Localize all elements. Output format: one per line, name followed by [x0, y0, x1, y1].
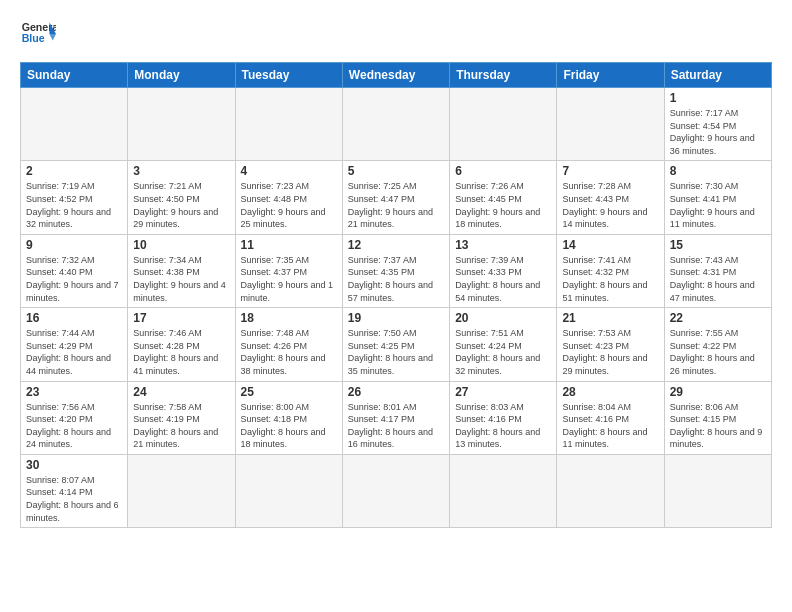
day-number: 4 [241, 164, 337, 178]
day-number: 30 [26, 458, 122, 472]
day-number: 28 [562, 385, 658, 399]
calendar-cell-w2d6: 15Sunrise: 7:43 AM Sunset: 4:31 PM Dayli… [664, 234, 771, 307]
calendar-cell-w4d0: 23Sunrise: 7:56 AM Sunset: 4:20 PM Dayli… [21, 381, 128, 454]
day-number: 11 [241, 238, 337, 252]
calendar-cell-w1d0: 2Sunrise: 7:19 AM Sunset: 4:52 PM Daylig… [21, 161, 128, 234]
weekday-header-thursday: Thursday [450, 63, 557, 88]
day-number: 6 [455, 164, 551, 178]
calendar-cell-w5d4 [450, 454, 557, 527]
day-number: 5 [348, 164, 444, 178]
logo-icon: General Blue [20, 16, 56, 52]
day-number: 1 [670, 91, 766, 105]
day-info: Sunrise: 7:50 AM Sunset: 4:25 PM Dayligh… [348, 327, 444, 377]
calendar-cell-w2d1: 10Sunrise: 7:34 AM Sunset: 4:38 PM Dayli… [128, 234, 235, 307]
header: General Blue [20, 16, 772, 52]
calendar-cell-w0d5 [557, 88, 664, 161]
calendar-cell-w1d2: 4Sunrise: 7:23 AM Sunset: 4:48 PM Daylig… [235, 161, 342, 234]
calendar-cell-w1d3: 5Sunrise: 7:25 AM Sunset: 4:47 PM Daylig… [342, 161, 449, 234]
calendar-cell-w4d1: 24Sunrise: 7:58 AM Sunset: 4:19 PM Dayli… [128, 381, 235, 454]
day-info: Sunrise: 7:41 AM Sunset: 4:32 PM Dayligh… [562, 254, 658, 304]
day-info: Sunrise: 7:56 AM Sunset: 4:20 PM Dayligh… [26, 401, 122, 451]
calendar-cell-w1d5: 7Sunrise: 7:28 AM Sunset: 4:43 PM Daylig… [557, 161, 664, 234]
day-info: Sunrise: 7:30 AM Sunset: 4:41 PM Dayligh… [670, 180, 766, 230]
day-info: Sunrise: 7:25 AM Sunset: 4:47 PM Dayligh… [348, 180, 444, 230]
calendar-week-5: 30Sunrise: 8:07 AM Sunset: 4:14 PM Dayli… [21, 454, 772, 527]
day-info: Sunrise: 8:07 AM Sunset: 4:14 PM Dayligh… [26, 474, 122, 524]
calendar-cell-w0d3 [342, 88, 449, 161]
calendar-cell-w3d0: 16Sunrise: 7:44 AM Sunset: 4:29 PM Dayli… [21, 308, 128, 381]
day-info: Sunrise: 7:48 AM Sunset: 4:26 PM Dayligh… [241, 327, 337, 377]
calendar-cell-w2d2: 11Sunrise: 7:35 AM Sunset: 4:37 PM Dayli… [235, 234, 342, 307]
weekday-header-sunday: Sunday [21, 63, 128, 88]
calendar-week-0: 1Sunrise: 7:17 AM Sunset: 4:54 PM Daylig… [21, 88, 772, 161]
calendar-week-3: 16Sunrise: 7:44 AM Sunset: 4:29 PM Dayli… [21, 308, 772, 381]
day-number: 21 [562, 311, 658, 325]
calendar-cell-w0d1 [128, 88, 235, 161]
day-number: 27 [455, 385, 551, 399]
day-number: 25 [241, 385, 337, 399]
calendar-cell-w5d0: 30Sunrise: 8:07 AM Sunset: 4:14 PM Dayli… [21, 454, 128, 527]
weekday-header-monday: Monday [128, 63, 235, 88]
calendar-cell-w4d2: 25Sunrise: 8:00 AM Sunset: 4:18 PM Dayli… [235, 381, 342, 454]
day-info: Sunrise: 7:19 AM Sunset: 4:52 PM Dayligh… [26, 180, 122, 230]
day-info: Sunrise: 7:35 AM Sunset: 4:37 PM Dayligh… [241, 254, 337, 304]
day-number: 18 [241, 311, 337, 325]
calendar-week-2: 9Sunrise: 7:32 AM Sunset: 4:40 PM Daylig… [21, 234, 772, 307]
day-info: Sunrise: 8:03 AM Sunset: 4:16 PM Dayligh… [455, 401, 551, 451]
calendar-cell-w1d4: 6Sunrise: 7:26 AM Sunset: 4:45 PM Daylig… [450, 161, 557, 234]
day-info: Sunrise: 7:53 AM Sunset: 4:23 PM Dayligh… [562, 327, 658, 377]
day-info: Sunrise: 7:21 AM Sunset: 4:50 PM Dayligh… [133, 180, 229, 230]
calendar-cell-w2d0: 9Sunrise: 7:32 AM Sunset: 4:40 PM Daylig… [21, 234, 128, 307]
day-info: Sunrise: 7:26 AM Sunset: 4:45 PM Dayligh… [455, 180, 551, 230]
calendar-cell-w5d3 [342, 454, 449, 527]
day-info: Sunrise: 7:58 AM Sunset: 4:19 PM Dayligh… [133, 401, 229, 451]
day-number: 17 [133, 311, 229, 325]
day-info: Sunrise: 7:51 AM Sunset: 4:24 PM Dayligh… [455, 327, 551, 377]
day-number: 9 [26, 238, 122, 252]
day-info: Sunrise: 7:17 AM Sunset: 4:54 PM Dayligh… [670, 107, 766, 157]
day-number: 19 [348, 311, 444, 325]
day-number: 2 [26, 164, 122, 178]
calendar-cell-w3d6: 22Sunrise: 7:55 AM Sunset: 4:22 PM Dayli… [664, 308, 771, 381]
calendar-cell-w3d5: 21Sunrise: 7:53 AM Sunset: 4:23 PM Dayli… [557, 308, 664, 381]
calendar-cell-w1d1: 3Sunrise: 7:21 AM Sunset: 4:50 PM Daylig… [128, 161, 235, 234]
calendar-week-4: 23Sunrise: 7:56 AM Sunset: 4:20 PM Dayli… [21, 381, 772, 454]
day-info: Sunrise: 7:44 AM Sunset: 4:29 PM Dayligh… [26, 327, 122, 377]
day-info: Sunrise: 8:01 AM Sunset: 4:17 PM Dayligh… [348, 401, 444, 451]
calendar-cell-w3d2: 18Sunrise: 7:48 AM Sunset: 4:26 PM Dayli… [235, 308, 342, 381]
day-number: 3 [133, 164, 229, 178]
day-number: 20 [455, 311, 551, 325]
day-info: Sunrise: 7:39 AM Sunset: 4:33 PM Dayligh… [455, 254, 551, 304]
weekday-header-saturday: Saturday [664, 63, 771, 88]
calendar-cell-w2d3: 12Sunrise: 7:37 AM Sunset: 4:35 PM Dayli… [342, 234, 449, 307]
day-info: Sunrise: 8:00 AM Sunset: 4:18 PM Dayligh… [241, 401, 337, 451]
svg-text:Blue: Blue [22, 32, 45, 44]
svg-marker-3 [49, 34, 56, 41]
day-number: 15 [670, 238, 766, 252]
calendar-cell-w5d2 [235, 454, 342, 527]
calendar-cell-w3d3: 19Sunrise: 7:50 AM Sunset: 4:25 PM Dayli… [342, 308, 449, 381]
calendar-cell-w0d4 [450, 88, 557, 161]
calendar-cell-w5d6 [664, 454, 771, 527]
calendar-cell-w4d4: 27Sunrise: 8:03 AM Sunset: 4:16 PM Dayli… [450, 381, 557, 454]
calendar-cell-w0d0 [21, 88, 128, 161]
day-info: Sunrise: 8:04 AM Sunset: 4:16 PM Dayligh… [562, 401, 658, 451]
day-info: Sunrise: 7:37 AM Sunset: 4:35 PM Dayligh… [348, 254, 444, 304]
day-number: 26 [348, 385, 444, 399]
day-number: 29 [670, 385, 766, 399]
day-number: 14 [562, 238, 658, 252]
calendar-cell-w1d6: 8Sunrise: 7:30 AM Sunset: 4:41 PM Daylig… [664, 161, 771, 234]
page: General Blue SundayMondayTuesdayWednesda… [0, 0, 792, 612]
weekday-header-row: SundayMondayTuesdayWednesdayThursdayFrid… [21, 63, 772, 88]
day-info: Sunrise: 7:34 AM Sunset: 4:38 PM Dayligh… [133, 254, 229, 304]
logo: General Blue [20, 16, 56, 52]
day-info: Sunrise: 7:43 AM Sunset: 4:31 PM Dayligh… [670, 254, 766, 304]
day-number: 7 [562, 164, 658, 178]
calendar-cell-w0d6: 1Sunrise: 7:17 AM Sunset: 4:54 PM Daylig… [664, 88, 771, 161]
calendar-cell-w3d4: 20Sunrise: 7:51 AM Sunset: 4:24 PM Dayli… [450, 308, 557, 381]
weekday-header-wednesday: Wednesday [342, 63, 449, 88]
calendar-cell-w2d5: 14Sunrise: 7:41 AM Sunset: 4:32 PM Dayli… [557, 234, 664, 307]
calendar-cell-w3d1: 17Sunrise: 7:46 AM Sunset: 4:28 PM Dayli… [128, 308, 235, 381]
day-info: Sunrise: 7:23 AM Sunset: 4:48 PM Dayligh… [241, 180, 337, 230]
day-number: 13 [455, 238, 551, 252]
